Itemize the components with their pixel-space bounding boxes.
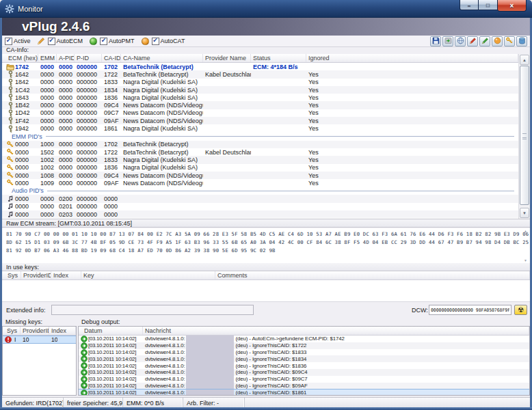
column-header[interactable]: Provider Name [203,54,251,62]
column-header[interactable]: CA-ID [102,54,121,62]
titlebar[interactable]: Monitor – □ × [0,0,532,18]
cell-text: Yes [308,149,319,156]
debug-row[interactable]: [03.10.2011 10:14:02]dvbviewer4.8.1.0:(d… [79,369,529,376]
column-header[interactable]: Ignored [306,54,518,62]
extended-info-input[interactable] [51,305,254,315]
orange-ball-button[interactable] [492,36,503,46]
table-row[interactable]: 0000100200000000001836Nagra Digital (Kud… [2,164,518,172]
cell-text: 000000 [77,125,97,132]
column-header[interactable]: Index [49,327,76,335]
table-row[interactable]: 1843000000000000001836Nagra Digital (Kud… [2,94,518,101]
dcw-action-button[interactable]: ☢ [514,305,527,315]
scroll-down-icon[interactable]: ▼ [520,208,529,218]
section-divider [47,191,514,191]
table-row[interactable]: 0000000002000000000000 [2,195,518,202]
column-header[interactable]: A-PID [57,54,75,62]
debug-row[interactable]: [03.10.2011 10:14:02]dvbviewer4.8.1.0:(d… [79,336,529,342]
table-row[interactable]: 1F420000000000000009AFNews Datacom (NDS/… [2,117,518,124]
maximize-button[interactable]: □ [479,0,497,10]
status-segment: Gefunden: IRD(1702) [2,398,64,408]
column-header[interactable]: Status [251,54,306,62]
column-header[interactable]: Index [51,271,81,279]
cell-text: 0000 [59,156,72,163]
cell-text: 1702 [104,64,118,70]
cell-text: 0000 [59,94,72,101]
orange-ball-icon [494,35,501,47]
pencil-green-button[interactable] [479,36,490,46]
toggle-autoecm: ✔AutoECM [48,38,83,45]
extended-info-row: Extended info: DCW: ☢ [2,301,530,317]
column-header[interactable]: Comments [215,271,530,279]
cell-text: Kabel Deutschland... [205,149,251,156]
cell-text: News Datacom (NDS/Videoguard) [123,109,203,116]
table-row[interactable]: 0000000002010000000000 [2,203,518,210]
ca-info-label: CA-Info: [6,46,29,53]
debug-row[interactable]: [03.10.2011 10:14:02]dvbviewer4.8.1.0:(d… [79,383,529,390]
censored-region [186,390,234,396]
scroll-up-icon[interactable]: ▲ [520,55,529,65]
debug-row[interactable]: [03.10.2011 10:14:02]dvbviewer4.8.1.0:(d… [79,355,529,362]
minimize-button[interactable]: – [460,0,479,10]
column-header[interactable]: Datum [79,327,143,335]
debug-row[interactable]: [03.10.2011 10:14:02]dvbviewer4.8.1.0:(d… [79,362,529,369]
table-row[interactable]: 0000150200000000001722BetaTechnik (Betac… [2,148,518,156]
table-row[interactable]: 00001009000000000009AFNews Datacom (NDS/… [2,179,518,187]
table-row[interactable]: 0000000002030000000000 [2,210,518,218]
debug-row[interactable]: [03.10.2011 10:14:02]dvbviewer4.8.1.0:(d… [79,389,529,396]
close-button[interactable]: × [497,0,527,12]
table-row[interactable]: 00001008000000000009C4News Datacom (NDS/… [2,172,518,179]
cell-text: Yes [308,118,319,124]
column-header[interactable]: Sys [2,271,21,279]
debug-message: (deu) - IgnoreThisCAID: $1861 [236,390,307,396]
table-row[interactable]: 1842000000000000001833Nagra Digital (Kud… [2,79,518,86]
raw-ecm-stream[interactable]: 81 70 90 C7 00 00 00 01 10 10 00 87 13 0… [2,228,530,263]
column-header[interactable]: ECM (hex) [2,54,38,62]
missing-key-row[interactable]: I1010 [3,336,76,344]
checkbox-active[interactable]: ✔ [5,38,12,45]
table-row[interactable]: 0000100200000000001833Nagra Digital (Kud… [2,156,518,163]
table-row[interactable]: 1B420000000000000009C4News Datacom (NDS/… [2,101,518,109]
cell-text: 000000 [77,172,97,179]
key-gold-button[interactable] [504,36,515,46]
column-header[interactable]: Key [81,271,215,279]
scrollbar-thumb[interactable] [520,66,529,205]
cell-text: 0000 [59,102,72,109]
table-row[interactable]: 1642000000000000001722BetaTechnik (Betac… [2,70,518,78]
key-gold-icon [505,35,514,47]
table-row[interactable]: 0000100000000000001702BetaTechnik (Betac… [2,141,518,148]
column-header[interactable]: ProviderID [21,327,49,335]
extended-info-label: Extended info: [6,307,46,314]
debug-row[interactable]: [03.10.2011 10:14:02]dvbviewer4.8.1.0:(d… [79,376,529,383]
hex-scroll-down-icon[interactable]: ▼ [524,258,527,262]
import-button[interactable] [442,36,453,46]
table-row[interactable]: 1942000000000000001861Nagra Digital (Kud… [2,124,518,132]
column-header[interactable]: EMM [38,54,57,62]
status-segment-empty [245,398,530,408]
column-header[interactable]: CA-Name [121,54,203,62]
dcw-input[interactable] [429,305,511,315]
debug-row[interactable]: [03.10.2011 10:14:02]dvbviewer4.8.1.0:(d… [79,342,529,349]
column-header[interactable]: P-ID [75,54,102,62]
debug-row[interactable]: [03.10.2011 10:14:02]dvbviewer4.8.1.0:(d… [79,349,529,356]
missing-keys-body: I1010 [3,336,76,344]
pencil-red-button[interactable] [467,36,478,46]
checkbox-autopmt[interactable]: ✔ [100,38,107,45]
in-use-keys-label: In use keys: [2,263,530,271]
table-row[interactable]: 1742000000000000001702BetaTechnik (Betac… [2,63,518,70]
globe-button[interactable] [455,36,466,46]
cell-text: Yes [308,172,319,179]
column-header[interactable]: ProviderID [21,271,51,279]
cell-text: 0203 [59,211,72,218]
column-header[interactable]: Nachricht [143,327,529,335]
database-button[interactable] [516,36,527,46]
hex-scrollbar[interactable]: ▲ ▼ [522,229,529,262]
checkbox-autocat[interactable]: ✔ [152,38,159,45]
table-scrollbar[interactable]: ▲ ▼ [518,54,530,219]
table-row[interactable]: 1C42000000000000001834Nagra Digital (Kud… [2,86,518,94]
save-button[interactable] [430,36,441,46]
cell-text: 0000 [40,109,54,116]
checkbox-autoecm[interactable]: ✔ [48,38,55,45]
column-header[interactable]: Sys [3,327,21,335]
hex-scroll-up-icon[interactable]: ▲ [524,229,527,233]
table-row[interactable]: 1D420000000000000009C7News Datacom (NDS/… [2,109,518,117]
